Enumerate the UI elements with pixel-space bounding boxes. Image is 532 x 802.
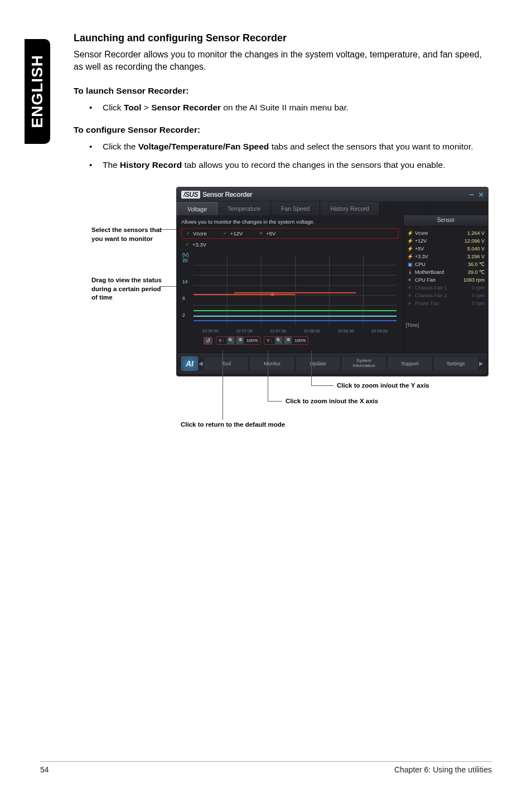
bottombar-support[interactable]: Support <box>387 356 432 371</box>
sensor-row: ▣CPU36.0 ℃ <box>407 260 485 268</box>
sensor-row: ✶Power Fan0 rpm <box>407 299 485 307</box>
minimize-button[interactable]: − <box>469 190 474 199</box>
close-button[interactable]: × <box>478 190 483 199</box>
zoom-x-out-button[interactable]: 🔍 <box>227 337 235 345</box>
bolt-icon: ⚡ <box>407 230 413 236</box>
sensor-row: ✶Chassis Fan 10 rpm <box>407 284 485 292</box>
series-red <box>194 294 295 295</box>
fan-icon: ✶ <box>407 285 413 291</box>
chapter-label: Chapter 6: Using the utilities <box>394 765 492 774</box>
thermometer-icon: 🌡 <box>407 269 413 275</box>
zoom-y-out-button[interactable]: 🔍 <box>275 337 283 345</box>
fan-icon: ✶ <box>407 301 413 306</box>
bolt-icon: ⚡ <box>407 254 413 259</box>
configure-bullet-2: The History Record tab allows you to rec… <box>89 159 492 171</box>
zoom-row: ↺ X : 🔍 🔎 100% Y : 🔍 🔎 <box>181 335 399 345</box>
chk-12v[interactable]: ✓+12V <box>223 230 243 236</box>
series-blue <box>194 320 396 321</box>
bottom-bar: AI ◀ Tool Monitor Update SystemInformati… <box>178 352 487 374</box>
check-on-icon: ✓ <box>185 242 190 248</box>
check-row-1: ✓Vcore ✓+12V ✕+5V <box>181 228 399 239</box>
chk-5v[interactable]: ✕+5V <box>258 230 275 236</box>
bolt-icon: ⚡ <box>407 238 413 244</box>
tab-history[interactable]: History Record <box>320 202 379 215</box>
bottombar-update[interactable]: Update <box>296 356 341 371</box>
callout-drag: Drag to view the status during a certain… <box>91 276 164 302</box>
launch-heading: To launch Sensor Recorder: <box>74 86 492 96</box>
sensor-row: ⚡+5V5.040 V <box>407 245 485 253</box>
callout-default: Click to return to the default mode <box>181 421 285 428</box>
callout-select: Select the sensors that you want to moni… <box>91 226 164 243</box>
sensor-row: ⚡+12V12.096 V <box>407 237 485 245</box>
bottombar-sysinfo[interactable]: SystemInformation <box>341 356 386 371</box>
sensor-recorder-panel: /SUS Sensor Recorder − × Voltage Tempera… <box>176 187 489 376</box>
language-tab-text: ENGLISH <box>28 55 46 128</box>
series-skyblue <box>194 316 396 317</box>
chip-icon: ▣ <box>407 262 413 267</box>
series-red-point <box>270 292 274 296</box>
chk-vcore[interactable]: ✓Vcore <box>185 230 207 236</box>
section-title: Launching and configuring Sensor Recorde… <box>74 32 492 44</box>
bottombar-tool[interactable]: Tool <box>204 356 249 371</box>
page-footer: 54 Chapter 6: Using the utilities <box>40 761 492 774</box>
configure-bullet-1: Click the Voltage/Temperature/Fan Speed … <box>89 141 492 153</box>
check-off-icon: ✕ <box>258 231 264 236</box>
zoom-y-control: Y : 🔍 🔎 100% <box>264 336 308 345</box>
panel-logo: /SUS Sensor Recorder <box>181 191 252 199</box>
language-tab: ENGLISH <box>25 39 50 144</box>
chk-33v[interactable]: ✓+3.3V <box>185 241 395 248</box>
sensor-row: ✶CPU Fan1083 rpm <box>407 276 485 284</box>
tab-temperature[interactable]: Temperature <box>217 202 271 215</box>
sensor-row: ⚡Vcore1.264 V <box>407 229 485 237</box>
sensor-list: Sensor ⚡Vcore1.264 V ⚡+12V12.096 V ⚡+5V5… <box>403 215 488 352</box>
configure-heading: To configure Sensor Recorder: <box>74 125 492 135</box>
page-number: 54 <box>40 765 49 774</box>
sensor-row: 🌡MotherBoard29.0 ℃ <box>407 268 485 276</box>
zoom-y-in-button[interactable]: 🔎 <box>284 337 292 345</box>
panel-desc: Allows you to monitor the changes in the… <box>181 219 399 225</box>
zoom-x-control: X : 🔍 🔎 100% <box>216 336 260 345</box>
reset-zoom-button[interactable]: ↺ <box>204 337 212 345</box>
panel-header: /SUS Sensor Recorder − × <box>177 187 488 202</box>
figure: Select the sensors that you want to moni… <box>91 187 504 449</box>
tab-voltage[interactable]: Voltage <box>177 202 217 215</box>
left-pane: Allows you to monitor the changes in the… <box>177 215 403 352</box>
series-green <box>194 310 396 311</box>
bolt-icon: ⚡ <box>407 246 413 252</box>
zoom-x-in-button[interactable]: 🔎 <box>236 337 244 345</box>
callout-zoom-x: Click to zoom in/out the X axis <box>286 398 378 404</box>
chart-area[interactable]: (V) 20 14 8 2 <box>181 251 399 335</box>
bottombar-settings[interactable]: Settings <box>433 356 478 371</box>
tab-row: Voltage Temperature Fan Speed History Re… <box>177 202 488 215</box>
ai-logo[interactable]: AI <box>181 356 198 371</box>
tab-fanspeed[interactable]: Fan Speed <box>271 202 320 215</box>
sensor-row: ⚡+3.3V3.296 V <box>407 253 485 260</box>
check-on-icon: ✓ <box>223 231 228 236</box>
bottombar-monitor[interactable]: Monitor <box>249 356 294 371</box>
check-on-icon: ✓ <box>185 231 191 236</box>
sensor-row: ✶Chassis Fan 20 rpm <box>407 292 485 299</box>
intro-paragraph: Sensor Recorder allows you to monitor th… <box>74 49 492 74</box>
fan-icon: ✶ <box>407 277 413 283</box>
callout-zoom-y: Click to zoom in/out the Y axis <box>337 382 429 389</box>
fan-icon: ✶ <box>407 293 413 298</box>
launch-bullet: Click Tool > Sensor Recorder on the AI S… <box>89 102 492 114</box>
